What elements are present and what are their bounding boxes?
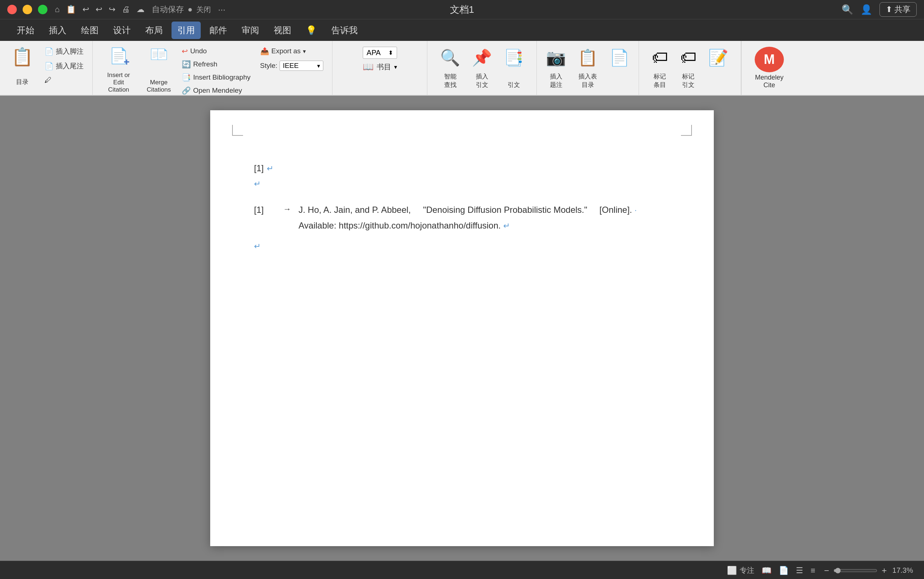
format-btn[interactable]: 🖊 [42, 74, 87, 86]
menu-lightbulb[interactable]: 💡 [300, 22, 323, 38]
export-as-btn[interactable]: 📤 Export as ▾ [257, 45, 327, 57]
merge-label: Merge Citations [147, 79, 171, 93]
mark-citation-button[interactable]: 🏷 标记 条目 [647, 45, 673, 92]
redo-icon[interactable]: ↪ [109, 5, 115, 14]
document-page[interactable]: [1] ↵ ↵ [1] → J. Ho, A. Jain, and P. Abb… [210, 110, 714, 546]
mendeley-cite-label: Mendeley Cite [755, 74, 784, 89]
home-icon[interactable]: ⌂ [55, 5, 59, 14]
minimize-button[interactable] [23, 5, 32, 14]
margin-indicator-tr [681, 125, 692, 136]
insert-endnote-btn[interactable]: 📄 插入尾注 [42, 60, 87, 72]
undo-icon2: ↩ [182, 47, 188, 56]
menu-review[interactable]: 审阅 [236, 21, 265, 39]
menu-insert[interactable]: 插入 [43, 21, 72, 39]
tof-icon: 📋 [578, 48, 598, 67]
caption-icon: 📷 [546, 48, 566, 67]
document-title: 文档1 [450, 3, 474, 16]
autosave-label: 自动保存 [152, 4, 184, 15]
undo-btn[interactable]: ↩ Undo [179, 45, 253, 57]
bibliography-label: Insert Bibliography [193, 74, 250, 82]
newline-symbol-3: · [635, 206, 637, 215]
bib-title: "Denoising Diffusion Probabilistic Model… [423, 205, 587, 215]
mendeley-cite-section: M Mendeley Cite [741, 41, 797, 95]
close-button[interactable] [7, 5, 17, 14]
search-icon[interactable]: 🔍 [842, 4, 853, 15]
indent-btn[interactable]: ≡ [810, 566, 815, 575]
style-value: IEEE [283, 62, 317, 70]
insert-citation-btn[interactable]: 📌 插入 引文 [467, 45, 496, 92]
style-label: Style: [260, 62, 278, 70]
insert-bibliography-btn[interactable]: 📑 Insert Bibliography [179, 72, 253, 83]
menu-home[interactable]: 开始 [11, 21, 40, 39]
list-btn[interactable]: ☰ [796, 566, 803, 575]
merge-citations-button[interactable]: 📄 📄 Merge Citations [142, 44, 175, 96]
copy-btn[interactable]: 📄 [605, 45, 634, 92]
newline-symbol-4: ↵ [503, 221, 510, 231]
document-content[interactable]: [1] ↵ ↵ [1] → J. Ho, A. Jain, and P. Abb… [254, 139, 670, 254]
menu-draw[interactable]: 绘图 [75, 21, 104, 39]
maximize-button[interactable] [38, 5, 47, 14]
citation-bracket: [1] [254, 161, 264, 175]
apa-arrow: ⬍ [388, 49, 393, 56]
insert-citation-lbl: 插入 引文 [476, 72, 488, 89]
ribbon: 📋 目录 📄 插入脚注 📄 插入尾注 🖊 [0, 41, 924, 96]
endnote-label: 插入尾注 [56, 61, 83, 71]
mendeley-cite-button[interactable]: M Mendeley Cite [750, 44, 788, 92]
open-mendeley-btn[interactable]: 🔗 Open Mendeley [179, 85, 253, 96]
format-icon: 🖊 [44, 76, 52, 84]
style-arrow: ▾ [317, 62, 320, 69]
menu-design[interactable]: 设计 [107, 21, 137, 39]
refresh-btn[interactable]: 🔄 Refresh [179, 59, 253, 70]
share-label: 共享 [895, 4, 911, 15]
merge-doc2-icon: 📄 [156, 48, 168, 60]
table-of-figures-btn[interactable]: 📋 插入表 目录 [573, 45, 602, 92]
focus-mode-btn[interactable]: ⬜ 专注 [727, 566, 754, 575]
layout-btn[interactable]: 📄 [779, 566, 789, 575]
insert-footnote-btn[interactable]: 📄 插入脚注 [42, 45, 87, 58]
menu-help[interactable]: 告诉我 [325, 21, 364, 39]
mark-citation2-btn[interactable]: 🏷 标记 引文 [676, 45, 701, 92]
menubar: 开始 插入 绘图 设计 布局 引用 邮件 审阅 视图 💡 告诉我 [0, 19, 924, 41]
autosave-toggle[interactable]: ● [188, 5, 192, 14]
cloud-icon[interactable]: ☁ [137, 5, 145, 14]
read-icon: 📖 [762, 566, 771, 575]
more-options[interactable]: ··· [218, 4, 225, 15]
zoom-in-btn[interactable]: + [880, 566, 888, 576]
note-btn[interactable]: 📝 [704, 45, 733, 92]
zoom-slider[interactable] [834, 568, 877, 574]
citation-ref-line: [1] ↵ [254, 161, 670, 175]
menu-view[interactable]: 视图 [268, 21, 297, 39]
focus-icon: ⬜ [727, 566, 737, 575]
toc-label: 目录 [16, 78, 28, 86]
menu-layout[interactable]: 布局 [139, 21, 168, 39]
book-label: 书目 [377, 62, 391, 72]
bib-online: [Online]. [599, 205, 632, 215]
read-mode-btn[interactable]: 📖 [762, 566, 771, 575]
bib-available: Available: https://github.com/hojonathan… [299, 221, 501, 231]
document-area[interactable]: [1] ↵ ↵ [1] → J. Ho, A. Jain, and P. Abb… [0, 96, 924, 561]
zoom-out-btn[interactable]: − [823, 566, 831, 576]
undo2-icon[interactable]: ↩ [96, 5, 102, 14]
smart-search-button[interactable]: 🔍 智能 查找 [436, 45, 465, 92]
insert-edit-citation-button[interactable]: 📄 + Insert or Edit Citation [98, 44, 139, 96]
menu-mail[interactable]: 邮件 [204, 21, 233, 39]
apa-dropdown[interactable]: APA ⬍ [363, 47, 397, 59]
undo-icon[interactable]: ↩ [82, 5, 89, 14]
footnote-icon: 📄 [44, 47, 54, 56]
empty-line-2: ↵ [254, 239, 670, 253]
menu-references[interactable]: 引用 [171, 21, 201, 39]
book-icon: 📖 [363, 62, 374, 72]
bib-line-2: Available: https://github.com/hojonathan… [299, 218, 670, 233]
user-icon[interactable]: 👤 [860, 4, 872, 15]
bibliography-btn[interactable]: 📑 引文 [499, 45, 528, 92]
insert-caption-button[interactable]: 📷 插入 题注 [542, 45, 570, 92]
empty-line-1: ↵ [254, 177, 670, 191]
toc-button[interactable]: 📋 目录 [6, 44, 39, 89]
mark-label: 标记 条目 [654, 72, 666, 89]
style-dropdown[interactable]: IEEE ▾ [279, 61, 323, 71]
print-icon[interactable]: 🖨 [122, 5, 130, 14]
share-button[interactable]: ⬆ 共享 [880, 2, 917, 17]
save-icon[interactable]: 📋 [66, 5, 76, 14]
open-mendeley-icon: 🔗 [182, 86, 191, 95]
tof-label: 插入表 目录 [578, 72, 597, 89]
